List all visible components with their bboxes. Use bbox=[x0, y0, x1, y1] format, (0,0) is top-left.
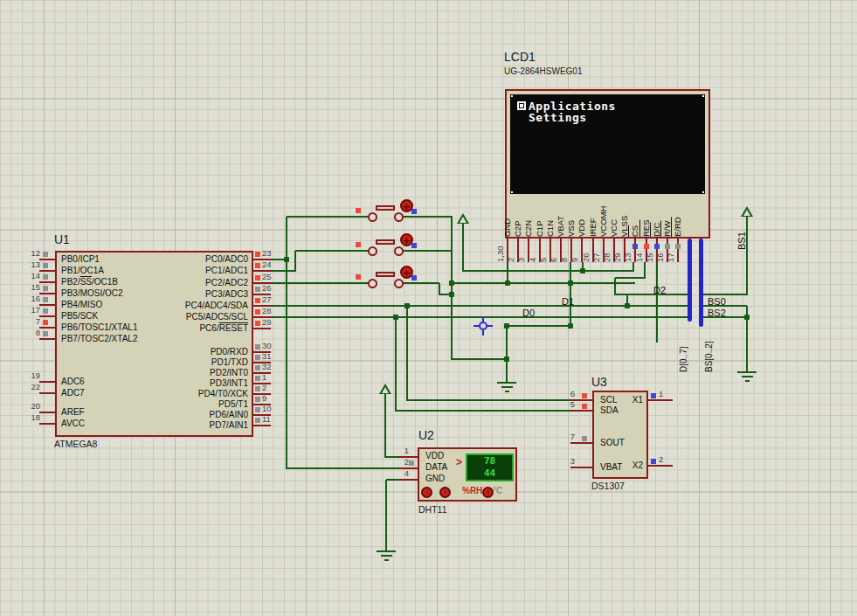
pin-number: 31 bbox=[262, 352, 272, 361]
origin-marker-icon bbox=[473, 325, 479, 327]
pin-stub bbox=[648, 465, 673, 467]
bus-label: D[0..7] bbox=[679, 330, 688, 372]
pin-number: 26 bbox=[262, 284, 272, 293]
logic-state-indicator bbox=[409, 460, 414, 466]
junction-dot bbox=[504, 356, 509, 362]
pin-label: PB7/TOSC2/XTAL2 bbox=[61, 334, 137, 343]
logic-state-indicator bbox=[255, 344, 260, 350]
pin-label: PB5/SCK bbox=[61, 311, 98, 321]
pin-number: 3 bbox=[563, 457, 575, 466]
pin-stub bbox=[570, 410, 592, 412]
net-label-bs0: BS0 bbox=[708, 296, 726, 307]
pin-number: 2 bbox=[659, 455, 663, 464]
junction-dot bbox=[505, 280, 510, 286]
pin-number: 8 bbox=[21, 329, 40, 337]
logic-state-indicator bbox=[255, 407, 260, 412]
pin-number: 16 bbox=[656, 239, 665, 262]
pin-number: 13 bbox=[21, 260, 40, 269]
ground-symbol bbox=[505, 391, 509, 392]
logic-state-indicator bbox=[255, 386, 260, 391]
lcd-pin-label: VLSS bbox=[619, 197, 629, 237]
pin-stub bbox=[39, 270, 55, 272]
lcd-pin-label: D/C bbox=[652, 197, 661, 237]
pin-number: 6 bbox=[563, 390, 575, 398]
dht11-adjust-button[interactable]: ↑ bbox=[439, 487, 451, 498]
pin-number: 4 bbox=[393, 469, 409, 478]
pin-label: AVCC bbox=[61, 419, 85, 428]
pin-number: 29 bbox=[262, 318, 272, 327]
junction-dot bbox=[744, 315, 750, 320]
logic-state-indicator bbox=[255, 321, 260, 326]
pin-stub bbox=[39, 327, 55, 329]
logic-state-indicator bbox=[255, 355, 260, 360]
net-label-d2: D2 bbox=[653, 285, 666, 295]
pin-number: 14 bbox=[635, 239, 644, 262]
lcd-ref: LCD1 bbox=[504, 50, 536, 64]
junction-dot bbox=[504, 323, 509, 329]
pin-number: 32 bbox=[262, 363, 272, 371]
lcd-pin-label: IREF bbox=[588, 197, 598, 237]
wire bbox=[287, 216, 369, 218]
pin-stub bbox=[39, 315, 55, 317]
logic-state-indicator bbox=[675, 244, 681, 249]
pin-stub bbox=[39, 304, 55, 306]
power-terminal-icon bbox=[382, 387, 389, 393]
pin-number: 13 bbox=[624, 239, 632, 262]
pin-number: 2 bbox=[507, 239, 515, 262]
bus-bs02 bbox=[699, 239, 703, 327]
logic-state-indicator bbox=[255, 365, 260, 370]
pin-number: 24 bbox=[262, 260, 272, 269]
pin-label: X1 bbox=[619, 395, 643, 405]
pin-number: 2 bbox=[262, 384, 266, 392]
pin-number: 1 bbox=[262, 373, 266, 382]
logic-state-indicator bbox=[356, 208, 361, 213]
pin-label: PB3/MOSI/OC2 bbox=[61, 288, 123, 298]
pin-label: PD5/T1 bbox=[140, 399, 248, 409]
pin-label: PB1/OC1A bbox=[61, 266, 104, 275]
pin-stub bbox=[39, 423, 55, 425]
logic-state-indicator bbox=[43, 320, 48, 325]
pin-number: 19 bbox=[21, 371, 40, 380]
logic-state-indicator bbox=[255, 275, 260, 280]
logic-state-indicator bbox=[43, 274, 48, 280]
logic-state-indicator bbox=[255, 287, 260, 292]
wire bbox=[396, 410, 570, 412]
lcd-pin-label: VBAT bbox=[556, 197, 565, 237]
pin-number: 12 bbox=[21, 249, 40, 258]
logic-state-indicator bbox=[43, 297, 48, 302]
wire bbox=[632, 262, 634, 272]
origin-marker-icon bbox=[479, 322, 487, 330]
dht11-rh-unit: %RH bbox=[462, 486, 482, 495]
ground-symbol bbox=[737, 371, 757, 373]
lcd-pin-label: VCOMH bbox=[598, 197, 608, 237]
pin-label: PD4/T0/XCK bbox=[140, 389, 248, 398]
lcd-pin-label: VCC bbox=[609, 197, 619, 237]
u1-value: ATMEGA8 bbox=[54, 439, 97, 449]
u1-ref: U1 bbox=[54, 232, 70, 246]
pin-number: 5 bbox=[539, 239, 548, 262]
dht11-adjust-button[interactable]: ↓ bbox=[421, 487, 432, 498]
pin-number: 28 bbox=[262, 307, 272, 315]
pin-label: X2 bbox=[619, 460, 643, 470]
junction-dot bbox=[449, 292, 454, 297]
ground-symbol bbox=[384, 559, 389, 561]
pin-number: 26 bbox=[582, 239, 591, 262]
wire bbox=[271, 316, 692, 318]
pin-label: PD6/AIN0 bbox=[140, 410, 248, 419]
pin-number: 20 bbox=[21, 402, 40, 411]
pin-number: 29 bbox=[613, 239, 622, 262]
lcd-pin-label: GND bbox=[502, 197, 512, 237]
logic-state-indicator bbox=[43, 252, 48, 257]
net-label-bs2: BS2 bbox=[708, 308, 726, 318]
dht11-adjust-button[interactable]: ↕ bbox=[482, 487, 494, 498]
pin-label: PB4/MISO bbox=[61, 300, 102, 309]
pin-label: PC5/ADC5/SCL bbox=[140, 312, 248, 322]
pin-number: 22 bbox=[21, 383, 40, 391]
menu-cursor-icon bbox=[517, 101, 526, 110]
pin-number: 9 bbox=[570, 239, 579, 262]
pin-label: PC0/ADC0 bbox=[140, 254, 248, 264]
wire bbox=[462, 220, 464, 272]
power-terminal-icon bbox=[743, 210, 750, 216]
logic-state-indicator bbox=[255, 309, 260, 315]
pin-number: 10 bbox=[262, 405, 272, 413]
